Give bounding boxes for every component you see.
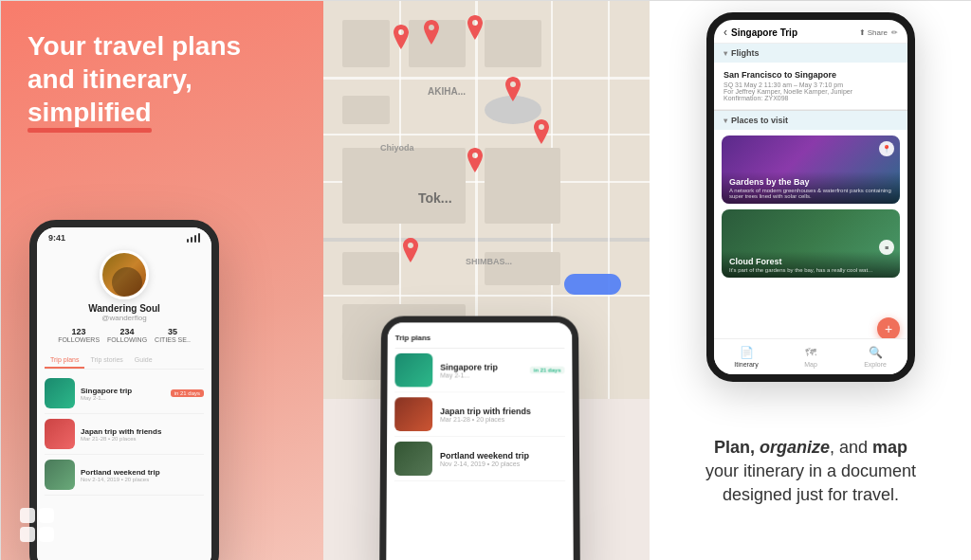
left-panel: Your travel plans and itinerary, simplif… xyxy=(1,1,323,560)
trip-thumbnail xyxy=(45,419,75,449)
logo-dot xyxy=(20,527,35,542)
signal-icon xyxy=(187,233,200,243)
avatar xyxy=(100,250,149,299)
map-district-label: AKIHA... xyxy=(428,86,466,97)
status-bar: 9:41 xyxy=(37,227,211,244)
trip-thumbnail xyxy=(394,397,432,431)
user-name: Wandering Soul xyxy=(88,303,160,314)
phone3-header: ‹ Singapore Trip ⬆ Share ✏ xyxy=(714,20,907,44)
middle-panel: Tok... AKIHA... Chiyoda SHIMBAS... xyxy=(323,1,650,560)
map-pin xyxy=(502,77,524,105)
profile-tabs: Trip plans Trip stories Guide xyxy=(45,352,204,370)
phone-mockup-2: Trip plans Singapore trip May 2-1... in … xyxy=(379,316,580,560)
trip-list: Singapore trip May 2-1... in 21 days Jap… xyxy=(37,370,211,499)
back-arrow-icon[interactable]: ‹ xyxy=(724,26,727,39)
itinerary-icon: 📄 xyxy=(740,346,754,359)
tab-trip-stories[interactable]: Trip stories xyxy=(84,352,128,369)
bottom-tagline-area: Plan, organize, and map your itinerary i… xyxy=(650,382,971,560)
nav-item-explore[interactable]: 🔍 Explore xyxy=(843,346,907,368)
underline-decoration xyxy=(27,128,152,133)
trip-thumbnail xyxy=(394,353,432,388)
tagline: Plan, organize, and map your itinerary i… xyxy=(705,436,916,508)
logo-dot xyxy=(39,508,54,523)
map-pin xyxy=(390,25,412,53)
bottom-navigation: 📄 Itinerary 🗺 Map 🔍 Explore xyxy=(714,338,907,374)
logo-dot xyxy=(39,527,54,542)
trip-thumbnail xyxy=(45,460,75,490)
user-handle: @wanderflog xyxy=(101,314,146,322)
map-district-label3: SHIMBAS... xyxy=(466,257,512,266)
flights-section-header: ▾ Flights xyxy=(714,44,907,63)
app-logo xyxy=(20,508,54,542)
flight-route: San Francisco to Singapore xyxy=(724,70,898,80)
location-pin-icon: 📍 xyxy=(879,141,894,156)
map-pin xyxy=(399,238,422,266)
place-card-gardens[interactable]: Gardens by the Bay A network of modern g… xyxy=(722,135,900,204)
map-pin xyxy=(464,148,486,176)
blue-pill-button[interactable] xyxy=(564,274,621,295)
place-overlay: Cloud Forest It's part of the gardens by… xyxy=(722,251,900,278)
places-section-header: ▾ Places to visit xyxy=(714,110,907,130)
fab-add-button[interactable]: + xyxy=(877,317,900,340)
share-button[interactable]: ⬆ Share xyxy=(859,28,888,37)
phone-mockup-1: 9:41 Wandering Soul @wanderflog 123 xyxy=(29,220,219,560)
tab-guide[interactable]: Guide xyxy=(129,352,158,369)
chevron-down-icon: ▾ xyxy=(724,117,727,125)
map-pin xyxy=(464,15,486,44)
headline-simplified: simplified xyxy=(27,96,152,129)
map-pin xyxy=(420,20,443,48)
nav-item-itinerary[interactable]: 📄 Itinerary xyxy=(714,346,779,368)
list-item: Singapore trip May 2-1... in 21 days xyxy=(394,349,564,392)
map-city-label: Tok... xyxy=(418,190,452,206)
flight-details: SQ 31 May 2 11:30 am – May 3 7:10 pm For… xyxy=(724,81,898,101)
map-pin xyxy=(530,119,553,148)
user-profile: Wandering Soul @wanderflog 123 FOLLOWERS… xyxy=(37,244,211,349)
map-icon: 🗺 xyxy=(805,346,816,359)
explore-icon: 🔍 xyxy=(869,346,883,359)
list-icon: ≡ xyxy=(879,240,894,255)
headline: Your travel plans and itinerary, simplif… xyxy=(27,29,304,129)
list-item: Japan trip with friends Mar 21-28 • 20 p… xyxy=(394,392,565,437)
nav-item-map[interactable]: 🗺 Map xyxy=(779,346,843,368)
chevron-down-icon: ▾ xyxy=(724,49,727,58)
list-item: Portland weekend trip Nov 2-14, 2019 • 2… xyxy=(394,437,565,481)
user-stats: 123 FOLLOWERS 234 FOLLOWING 35 CITIES SE… xyxy=(48,327,200,343)
tab-trip-plans[interactable]: Trip plans xyxy=(45,352,84,369)
place-card-cloud[interactable]: Cloud Forest It's part of the gardens by… xyxy=(722,209,900,278)
list-item: Singapore trip May 2-1... in 21 days xyxy=(45,373,204,414)
trip-title: Singapore Trip xyxy=(731,27,855,38)
headline-line1: Your travel plans xyxy=(27,31,241,61)
place-overlay: Gardens by the Bay A network of modern g… xyxy=(722,172,900,204)
flight-card: San Francisco to Singapore SQ 31 May 2 1… xyxy=(714,63,907,110)
phone-mockup-3: ‹ Singapore Trip ⬆ Share ✏ ▾ Flights San… xyxy=(706,12,915,382)
logo-dot xyxy=(20,508,35,523)
headline-line2: and itinerary, xyxy=(27,64,192,94)
list-item: Portland weekend trip Nov 2-14, 2019 • 2… xyxy=(45,455,204,496)
edit-icon[interactable]: ✏ xyxy=(891,28,898,37)
right-panel: ‹ Singapore Trip ⬆ Share ✏ ▾ Flights San… xyxy=(650,1,971,560)
map-district-label2: Chiyoda xyxy=(380,143,414,153)
trip-thumbnail xyxy=(45,378,75,408)
trip-thumbnail xyxy=(394,442,432,476)
list-item: Japan trip with friends Mar 21-28 • 20 p… xyxy=(45,414,204,455)
